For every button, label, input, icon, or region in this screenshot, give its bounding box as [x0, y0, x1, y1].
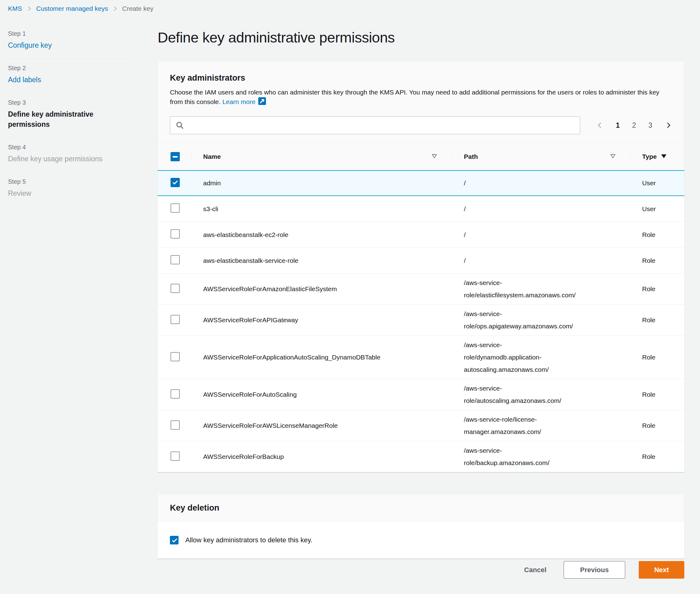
- key-deletion-panel: Key deletion Allow key administrators to…: [158, 495, 684, 559]
- row-path: /: [452, 229, 630, 241]
- key-administrators-panel: Key administrators Choose the IAM users …: [158, 62, 684, 472]
- row-checkbox[interactable]: [170, 315, 180, 324]
- pagination-next-icon[interactable]: [665, 122, 672, 129]
- step-2: Step 2 Add labels: [8, 59, 129, 94]
- pagination-page-1[interactable]: 1: [616, 121, 620, 130]
- previous-button[interactable]: Previous: [564, 561, 625, 579]
- row-checkbox[interactable]: [170, 421, 180, 430]
- row-name: AWSServiceRoleForAutoScaling: [191, 388, 452, 401]
- breadcrumb-kms-link[interactable]: KMS: [8, 5, 22, 12]
- table-header: Name Path: [158, 143, 684, 170]
- row-path: /aws-service- role/backup.amazonaws.com/: [452, 444, 630, 469]
- search-input[interactable]: [170, 116, 580, 134]
- row-path: /aws-service- role/ops.apigateway.amazon…: [452, 308, 630, 332]
- allow-key-deletion-checkbox[interactable]: [170, 536, 178, 544]
- table-row[interactable]: AWSServiceRoleForAmazonElasticFileSystem…: [158, 274, 684, 305]
- column-header-path[interactable]: Path: [452, 143, 630, 170]
- pagination-page-3[interactable]: 3: [648, 121, 652, 130]
- step-number: Step 4: [8, 144, 129, 151]
- breadcrumb-customer-managed-keys-link[interactable]: Customer managed keys: [36, 5, 108, 12]
- step-number: Step 5: [8, 178, 129, 185]
- row-checkbox[interactable]: [170, 352, 180, 361]
- column-label: Type: [642, 153, 657, 160]
- column-header-type[interactable]: Type: [630, 143, 684, 170]
- row-path: /aws-service- role/autoscaling.amazonaws…: [452, 382, 630, 407]
- table-row[interactable]: admin / User: [158, 170, 684, 196]
- row-type: Role: [630, 351, 684, 363]
- column-label: Path: [464, 153, 478, 160]
- external-link-icon: [258, 97, 266, 108]
- row-name: AWSServiceRoleForAmazonElasticFileSystem: [191, 283, 452, 295]
- row-name: s3-cli: [191, 203, 452, 215]
- step-1-configure-key-link[interactable]: Configure key: [8, 40, 129, 50]
- row-path: /: [452, 177, 630, 189]
- step-1: Step 1 Configure key: [8, 25, 129, 59]
- step-number: Step 2: [8, 65, 129, 72]
- row-name: AWSServiceRoleForApplicationAutoScaling_…: [191, 351, 452, 363]
- step-3: Step 3 Define key administrative permiss…: [8, 94, 129, 138]
- step-2-add-labels-link[interactable]: Add labels: [8, 75, 129, 85]
- row-type: Role: [630, 255, 684, 267]
- key-deletion-title: Key deletion: [170, 503, 672, 513]
- row-type: Role: [630, 229, 684, 241]
- pagination: 1 2 3: [596, 121, 672, 130]
- row-path: /: [452, 203, 630, 215]
- next-button[interactable]: Next: [639, 561, 684, 579]
- chevron-right-icon: [112, 5, 119, 12]
- table-row[interactable]: aws-elasticbeanstalk-service-role / Role: [158, 248, 684, 274]
- row-checkbox[interactable]: [170, 203, 180, 213]
- search-icon: [175, 121, 184, 131]
- step-4-label: Define key usage permissions: [8, 154, 129, 164]
- table-body: admin / User s3-cli / User aws-elasticbe…: [158, 170, 684, 472]
- step-4: Step 4 Define key usage permissions: [8, 138, 129, 173]
- breadcrumb-current: Create key: [122, 5, 154, 12]
- sort-descending-icon[interactable]: [661, 153, 667, 160]
- row-checkbox[interactable]: [170, 284, 180, 293]
- row-name: aws-elasticbeanstalk-service-role: [191, 255, 452, 267]
- row-checkbox[interactable]: [170, 452, 180, 461]
- table-row[interactable]: AWSServiceRoleForBackup /aws-service- ro…: [158, 441, 684, 472]
- table-row[interactable]: aws-elasticbeanstalk-ec2-role / Role: [158, 222, 684, 248]
- row-type: User: [630, 203, 684, 215]
- cancel-button[interactable]: Cancel: [524, 566, 546, 574]
- table-row[interactable]: AWSServiceRoleForAWSLicenseManagerRole /…: [158, 410, 684, 441]
- row-type: Role: [630, 388, 684, 401]
- allow-key-deletion-label: Allow key administrators to delete this …: [185, 536, 312, 544]
- row-checkbox[interactable]: [170, 255, 180, 264]
- table-row[interactable]: AWSServiceRoleForAutoScaling /aws-servic…: [158, 379, 684, 410]
- table-row[interactable]: s3-cli / User: [158, 196, 684, 222]
- row-name: admin: [191, 177, 452, 189]
- chevron-right-icon: [26, 5, 33, 12]
- column-header-name[interactable]: Name: [191, 143, 452, 170]
- row-path: /aws-service- role/elasticfilesystem.ama…: [452, 277, 630, 301]
- breadcrumb: KMS Customer managed keys Create key: [0, 0, 700, 12]
- row-type: Role: [630, 283, 684, 295]
- filter-down-icon[interactable]: [432, 153, 437, 160]
- row-name: aws-elasticbeanstalk-ec2-role: [191, 229, 452, 241]
- row-name: AWSServiceRoleForAPIGateway: [191, 314, 452, 326]
- step-3-current-label: Define key administrative permissions: [8, 109, 119, 129]
- key-administrators-title: Key administrators: [170, 73, 672, 83]
- pagination-page-2[interactable]: 2: [632, 121, 636, 130]
- key-administrators-table: Name Path: [158, 142, 684, 472]
- row-type: Role: [630, 314, 684, 326]
- select-all-checkbox[interactable]: [170, 152, 180, 161]
- table-row[interactable]: AWSServiceRoleForAPIGateway /aws-service…: [158, 305, 684, 336]
- wizard-steps-sidebar: Step 1 Configure key Step 2 Add labels S…: [0, 12, 158, 579]
- row-checkbox[interactable]: [170, 389, 180, 399]
- row-checkbox[interactable]: [170, 178, 180, 187]
- row-type: User: [630, 177, 684, 189]
- table-row[interactable]: AWSServiceRoleForApplicationAutoScaling_…: [158, 336, 684, 379]
- step-number: Step 1: [8, 30, 129, 37]
- filter-down-icon[interactable]: [610, 153, 615, 160]
- step-5-label: Review: [8, 188, 129, 198]
- wizard-footer: Cancel Previous Next: [158, 561, 684, 579]
- row-checkbox[interactable]: [170, 229, 180, 238]
- row-name: AWSServiceRoleForAWSLicenseManagerRole: [191, 420, 452, 432]
- step-5: Step 5 Review: [8, 173, 129, 207]
- step-number: Step 3: [8, 99, 129, 106]
- key-administrators-description: Choose the IAM users and roles who can a…: [170, 88, 672, 108]
- pagination-previous-icon[interactable]: [596, 122, 604, 129]
- learn-more-link[interactable]: Learn more: [222, 98, 255, 105]
- row-path: /aws-service- role/dynamodb.application-…: [452, 339, 630, 376]
